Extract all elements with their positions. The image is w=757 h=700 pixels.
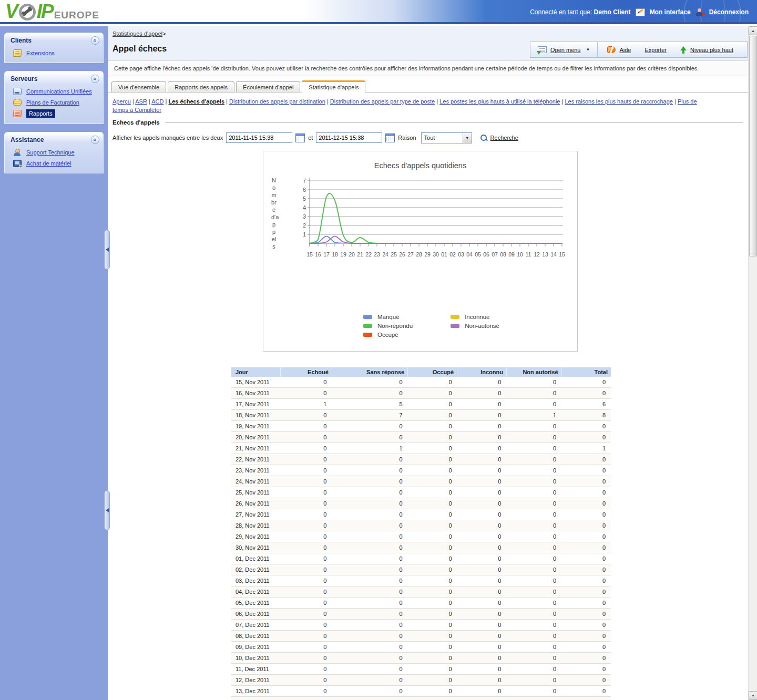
sidebar-item-communications-unifiees[interactable]: Communications Unifiées <box>5 86 103 97</box>
cell-value: 0 <box>506 509 561 520</box>
cell-value: 0 <box>408 465 457 476</box>
svg-text:6: 6 <box>303 187 306 193</box>
table-row: 27, Nov 2011000000 <box>231 509 611 520</box>
communications-unifiees-link[interactable]: Communications Unifiées <box>26 88 92 95</box>
date-from-input[interactable] <box>226 132 292 143</box>
achat-materiel-link[interactable]: Achat de matériel <box>26 160 71 167</box>
cell-value: 0 <box>281 609 332 620</box>
cell-value: 0 <box>506 686 561 697</box>
cell-value: 0 <box>561 498 611 509</box>
cell-value: 0 <box>457 609 507 620</box>
search-icon <box>480 135 487 141</box>
rapports-link[interactable]: Rapports <box>26 109 55 118</box>
cell-date: 26, Nov 2011 <box>231 498 281 509</box>
sidebar-item-plans-facturation[interactable]: Plans de Facturation <box>5 97 103 108</box>
level-up-arrow-icon <box>680 46 687 54</box>
cell-date: 19, Nov 2011 <box>231 421 281 432</box>
cell-date: 03, Dec 2011 <box>231 575 281 586</box>
cell-value: 0 <box>408 520 457 531</box>
x-tick-label: 17 <box>323 251 330 258</box>
tab-3[interactable]: Statistique d'appels <box>302 80 365 92</box>
sidebar-item-support-technique[interactable]: Support Technique <box>5 147 103 158</box>
sidebar-collapse-handle[interactable] <box>104 230 110 270</box>
panel-title-clients: Clients <box>11 37 32 44</box>
cell-value: 0 <box>408 686 457 697</box>
sidebar-item-extensions[interactable]: Extensions <box>5 47 103 58</box>
collapse-assistance-button[interactable]: « <box>91 136 99 144</box>
cell-value: 0 <box>561 476 611 487</box>
breadcrumb-link[interactable]: Statistiques d'appel <box>112 30 162 37</box>
svg-text:3: 3 <box>303 213 306 220</box>
aide-link[interactable]: Aide <box>619 47 631 53</box>
section-title: Echecs d'appels <box>112 119 160 126</box>
logo-phone-ring <box>19 4 36 20</box>
svg-text:4: 4 <box>303 204 306 211</box>
reason-select[interactable]: Tout ▼ <box>421 132 472 143</box>
niveau-plus-haut-link[interactable]: Niveau plus haut <box>690 47 733 53</box>
collapse-serveurs-button[interactable]: « <box>91 75 99 83</box>
extensions-link[interactable]: Extensions <box>26 50 55 56</box>
subnav-link[interactable]: Les postes les plus hauts à utilisé la t… <box>439 98 560 105</box>
column-header: Sans réponse <box>332 367 407 377</box>
support-technique-link[interactable]: Support Technique <box>26 149 75 156</box>
cell-value: 0 <box>561 664 611 675</box>
table-row: 15, Nov 2011000000 <box>231 377 611 388</box>
logo-text-europe: EUROPE <box>54 8 99 22</box>
sidebar-collapse-handle[interactable] <box>104 490 110 530</box>
caret-down-icon: ▼ <box>586 47 590 52</box>
subnav-link[interactable]: Distribution des appels par distination <box>229 98 325 105</box>
scroll-down-button[interactable]: ▼ <box>749 691 757 700</box>
calendar-icon[interactable] <box>295 133 305 142</box>
tab-2[interactable]: Écoulement d'appel <box>236 81 300 92</box>
select-dropdown-button[interactable]: ▼ <box>463 133 472 143</box>
my-interface-link[interactable]: Mon interface <box>650 8 691 16</box>
connected-as-link[interactable]: Connecté en tant que: Demo Client <box>530 8 630 16</box>
calendar-icon[interactable] <box>385 133 395 142</box>
cell-value: 0 <box>506 675 561 686</box>
legend-item: Manqué <box>363 312 413 321</box>
subnav-link[interactable]: ACD <box>151 98 163 105</box>
legend-item: Non-autorisé <box>451 321 499 330</box>
cell-value: 0 <box>332 609 407 620</box>
subnav-link[interactable]: Aperçu <box>112 98 131 105</box>
logout-link[interactable]: Déconnexion <box>709 8 749 16</box>
subnav-separator: | <box>147 98 151 105</box>
open-menu-button[interactable]: Open menu <box>550 47 580 53</box>
tab-0[interactable]: Vue d'ensemble <box>111 81 166 92</box>
cell-value: 0 <box>408 664 457 675</box>
date-to-input[interactable] <box>316 132 382 143</box>
search-link[interactable]: Recherche <box>490 135 518 141</box>
table-row: 13, Dec 2011000000 <box>231 686 611 697</box>
cell-value: 0 <box>332 454 407 465</box>
sidebar-item-rapports[interactable]: Rapports <box>5 108 103 119</box>
subnav-link[interactable]: Les raisons les plus hauts de raccrochag… <box>565 98 672 105</box>
subnav-link[interactable]: Distribution des appels par type de post… <box>330 98 435 105</box>
cell-value: 0 <box>281 586 332 598</box>
scrollbar-thumb[interactable] <box>749 36 757 256</box>
cell-value: 0 <box>457 631 507 642</box>
cell-value: 0 <box>457 454 507 465</box>
scroll-up-button[interactable]: ▲ <box>749 26 757 35</box>
cell-value: 0 <box>506 476 561 487</box>
sidebar: Clients « Extensions Serveurs « Communic… <box>0 26 108 700</box>
vertical-scrollbar[interactable]: ▲ ▼ <box>748 26 757 700</box>
legend-label: Occupé <box>377 332 398 338</box>
sidebar-item-achat-materiel[interactable]: Achat de matériel <box>5 158 103 169</box>
exporter-link[interactable]: Exporter <box>645 47 667 53</box>
legend-label: Manqué <box>377 314 400 320</box>
tab-1[interactable]: Rapports des appels <box>168 81 234 92</box>
cell-value: 0 <box>281 631 332 642</box>
cell-value: 0 <box>457 542 507 553</box>
cell-value: 0 <box>506 609 561 620</box>
cell-value: 0 <box>281 675 332 686</box>
x-tick-label: 09 <box>508 251 515 258</box>
date-range-label: Afficher les appels manqués entre les de… <box>112 135 223 141</box>
cell-value: 0 <box>561 454 611 465</box>
subnav-link[interactable]: ASR <box>135 98 147 105</box>
cell-value: 0 <box>561 675 611 686</box>
collapse-clients-button[interactable]: « <box>91 36 99 45</box>
subnav-link[interactable]: Les échecs d'appels <box>168 98 224 105</box>
cell-value: 1 <box>281 399 332 410</box>
plans-facturation-link[interactable]: Plans de Facturation <box>26 99 79 106</box>
report-icon <box>13 110 22 117</box>
